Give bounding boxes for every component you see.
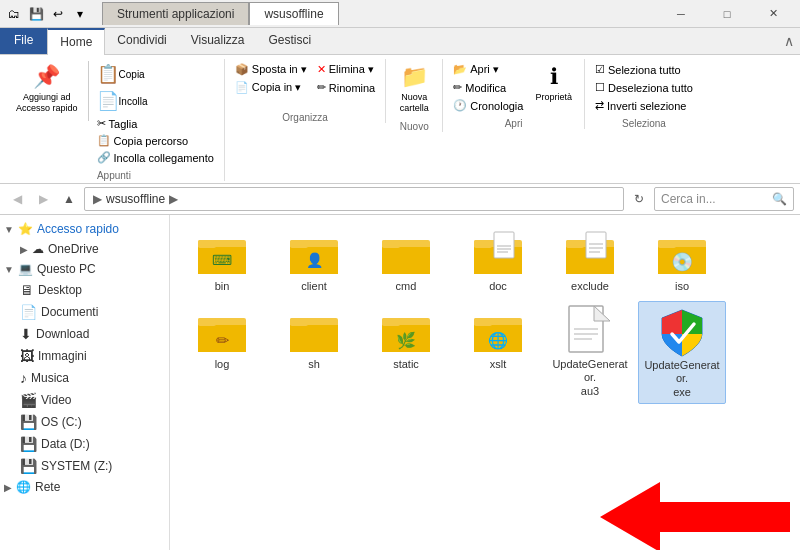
sidebar-onedrive-label: OneDrive [48,242,99,256]
qat-undo[interactable]: ↩ [48,4,68,24]
file-item-log[interactable]: ✏ log [178,301,266,404]
sidebar-rete[interactable]: ▶ 🌐 Rete [0,477,169,497]
btn-aggiungi[interactable]: 📌 Aggiungi adAccesso rapido [10,61,84,117]
svg-text:👤: 👤 [306,252,324,269]
sidebar-item-immagini[interactable]: 🖼 Immagini [0,345,169,367]
tab-condividi[interactable]: Condividi [105,28,178,54]
chevron-down-icon2: ▼ [4,264,14,275]
apri-buttons: 📂 Apri ▾ ✏ Modifica 🕐 Cronologia ℹ Propr… [449,59,578,116]
ribbon-collapse[interactable]: ∧ [778,28,800,54]
tab-file[interactable]: File [0,28,47,54]
btn-copia-percorso[interactable]: 📋 Copia percorso [93,132,218,149]
btn-copia-in[interactable]: 📄 Copia in ▾ [231,79,311,96]
file-item-cmd[interactable]: cmd [362,223,450,297]
app-tab-strumenti[interactable]: Strumenti applicazioni [102,2,249,25]
address-path[interactable]: ▶ wsusoffline ▶ [84,187,624,211]
btn-seleziona-tutto[interactable]: ☑ Seleziona tutto [591,61,697,78]
forward-button[interactable]: ▶ [32,188,54,210]
btn-taglia[interactable]: ✂ Taglia [93,115,218,132]
minimize-button[interactable]: ─ [658,0,704,28]
select-all-icon: ☑ [595,63,605,76]
sidebar-item-download[interactable]: ⬇ Download [0,323,169,345]
sidebar-item-os-c[interactable]: 💾 OS (C:) [0,411,169,433]
group-apri: 📂 Apri ▾ ✏ Modifica 🕐 Cronologia ℹ Propr… [443,59,585,129]
file-item-doc[interactable]: doc [454,223,542,297]
sidebar-questo-pc[interactable]: ▼ 💻 Questo PC [0,259,169,279]
up-button[interactable]: ▲ [58,188,80,210]
group-seleziona-label: Seleziona [622,116,666,129]
btn-elimina-label: Elimina ▾ [329,63,374,76]
documenti-icon: 📄 [20,304,37,320]
btn-cronologia[interactable]: 🕐 Cronologia [449,97,527,114]
refresh-button[interactable]: ↻ [628,188,650,210]
file-item-bin[interactable]: ⌨ bin [178,223,266,297]
btn-modifica[interactable]: ✏ Modifica [449,79,527,96]
sidebar-item-data-d[interactable]: 💾 Data (D:) [0,433,169,455]
file-item-iso[interactable]: 💿 iso [638,223,726,297]
btn-apri[interactable]: 📂 Apri ▾ [449,61,527,78]
group-appunti: 📌 Aggiungi adAccesso rapido 📋 Copia 📄 In… [4,59,225,181]
btn-proprieta[interactable]: ℹ Proprietà [529,61,578,105]
svg-rect-9 [382,247,430,274]
file-item-updategenerator-au3[interactable]: UpdateGenerator.au3 [546,301,634,404]
back-button[interactable]: ◀ [6,188,28,210]
btn-copia[interactable]: 📋 Copia [93,61,218,87]
file-grid: ⌨ bin 👤 client [170,215,800,550]
sidebar-item-documenti[interactable]: 📄 Documenti [0,301,169,323]
maximize-button[interactable]: □ [704,0,750,28]
btn-inverti-selezione[interactable]: ⇄ Inverti selezione [591,97,697,114]
file-item-xslt[interactable]: 🌐 xslt [454,301,542,404]
seleziona-col: ☑ Seleziona tutto ☐ Deseleziona tutto ⇄ … [591,61,697,114]
qat-dropdown[interactable]: ▾ [70,4,90,24]
file-name-exe: UpdateGenerator.exe [643,359,721,399]
copy-icon: 📋 [97,63,119,85]
btn-incolla[interactable]: 📄 Incolla [93,88,218,114]
sidebar-accesso-rapido[interactable]: ▼ ⭐ Accesso rapido [0,219,169,239]
copy-to-icon: 📄 [235,81,249,94]
os-c-icon: 💾 [20,414,37,430]
file-item-updategenerator-exe[interactable]: UpdateGenerator.exe [638,301,726,404]
sidebar-star-icon: ⭐ [18,222,33,236]
file-icon-au3 [562,307,618,355]
app-tab-wsusoffline[interactable]: wsusoffline [249,2,338,25]
chevron-right-icon2: ▶ [4,482,12,493]
file-item-exclude[interactable]: exclude [546,223,634,297]
btn-rinomina[interactable]: ✏ Rinomina [313,79,379,96]
group-organizza-label: Organizza [282,110,328,123]
address-bar: ◀ ▶ ▲ ▶ wsusoffline ▶ ↻ Cerca in... 🔍 [0,184,800,215]
tab-home[interactable]: Home [47,28,105,55]
sidebar-immagini-label: Immagini [38,349,87,363]
sidebar-video-label: Video [41,393,71,407]
sidebar-item-musica[interactable]: ♪ Musica [0,367,169,389]
sidebar-item-system-z[interactable]: 💾 SYSTEM (Z:) [0,455,169,477]
file-name-sh: sh [308,358,320,371]
close-button[interactable]: ✕ [750,0,796,28]
group-nuovo-label: Nuovo [400,119,429,132]
sidebar-item-video[interactable]: 🎬 Video [0,389,169,411]
svg-text:💿: 💿 [671,251,694,273]
file-icon-client: 👤 [286,229,342,277]
file-item-static[interactable]: 🌿 static [362,301,450,404]
search-box[interactable]: Cerca in... 🔍 [654,187,794,211]
file-item-sh[interactable]: sh [270,301,358,404]
pin-icon: 📌 [33,64,60,90]
file-item-client[interactable]: 👤 client [270,223,358,297]
paste-link-icon: 🔗 [97,151,111,164]
qat-save[interactable]: 💾 [26,4,46,24]
group-seleziona: ☑ Seleziona tutto ☐ Deseleziona tutto ⇄ … [585,59,703,129]
sidebar-onedrive[interactable]: ▶ ☁ OneDrive [0,239,169,259]
sidebar-item-desktop[interactable]: 🖥 Desktop [0,279,169,301]
tab-visualizza[interactable]: Visualizza [179,28,257,54]
btn-incolla-collegamento[interactable]: 🔗 Incolla collegamento [93,149,218,166]
btn-elimina[interactable]: ✕ Elimina ▾ [313,61,379,78]
btn-deseleziona-tutto[interactable]: ☐ Deseleziona tutto [591,79,697,96]
svg-rect-39 [382,318,400,326]
btn-sposta[interactable]: 📦 Sposta in ▾ [231,61,311,78]
sidebar-data-d-label: Data (D:) [41,437,90,451]
btn-deseleziona-tutto-label: Deseleziona tutto [608,82,693,94]
svg-rect-32 [198,318,216,326]
svg-rect-13 [474,240,492,248]
tab-gestisci[interactable]: Gestisci [257,28,324,54]
svg-rect-35 [290,325,338,352]
btn-nuova-cartella[interactable]: 📁 Nuovacartella [392,61,436,117]
